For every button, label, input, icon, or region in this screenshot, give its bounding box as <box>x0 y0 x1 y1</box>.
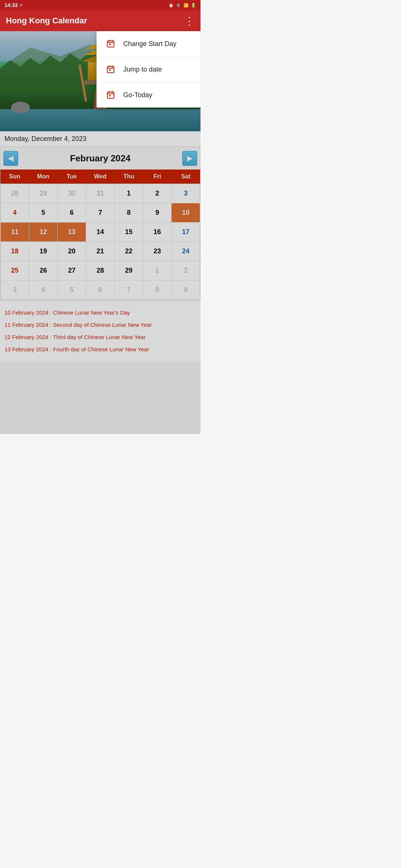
svg-rect-0 <box>107 41 114 47</box>
go-today-label: Go-Today <box>123 91 152 99</box>
calendar-change-icon <box>105 39 116 49</box>
alarm-icon: ⏰ <box>169 3 174 8</box>
app-title: Hong Kong Calendar <box>6 16 87 26</box>
status-time: 14:33 ✓ <box>4 2 23 8</box>
app-bar: Hong Kong Calendar ⋮ <box>0 10 200 31</box>
jump-to-date-label: Jump to date <box>123 66 162 73</box>
status-icons: ⏰ 🔇 📶 🔋 <box>169 3 196 8</box>
go-today-button[interactable]: Go-Today <box>97 82 200 108</box>
change-start-day-button[interactable]: Change Start Day <box>97 31 200 57</box>
jump-to-date-button[interactable]: Jump to date <box>97 57 200 82</box>
signal-icon: 📶 <box>183 3 189 8</box>
mute-icon: 🔇 <box>176 3 181 8</box>
status-bar: 14:33 ✓ ⏰ 🔇 📶 🔋 <box>0 0 200 10</box>
svg-rect-4 <box>109 44 111 45</box>
battery-icon: 🔋 <box>191 3 196 8</box>
time-text: 14:33 <box>4 2 18 8</box>
calendar-jump-icon <box>105 64 116 75</box>
check-icon: ✓ <box>19 3 23 8</box>
more-options-button[interactable]: ⋮ <box>184 15 195 27</box>
calendar-today-icon <box>105 90 116 100</box>
svg-rect-10 <box>107 92 114 98</box>
svg-rect-9 <box>109 69 111 71</box>
dropdown-menu: Change Start Day Jump to date Go-Today <box>97 31 200 108</box>
svg-rect-14 <box>109 95 111 96</box>
change-start-day-label: Change Start Day <box>123 40 176 48</box>
svg-rect-5 <box>107 66 114 73</box>
